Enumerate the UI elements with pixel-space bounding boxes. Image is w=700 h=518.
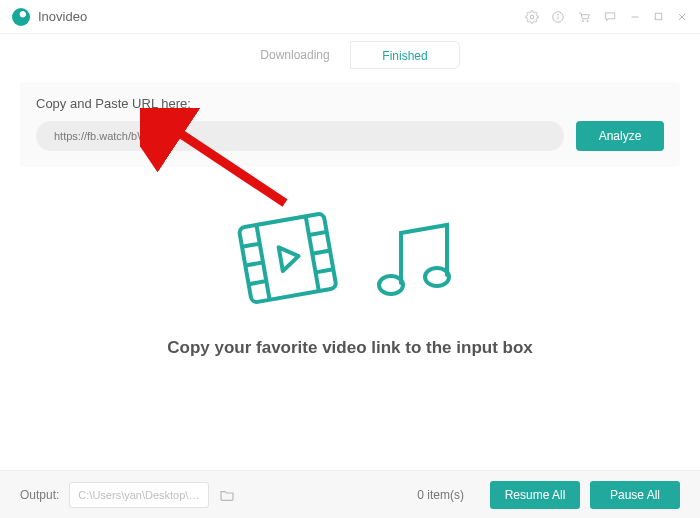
- minimize-icon[interactable]: [629, 11, 641, 23]
- info-icon[interactable]: [551, 10, 565, 24]
- tab-finished[interactable]: Finished: [350, 41, 460, 69]
- svg-line-15: [249, 281, 267, 284]
- output-label: Output:: [20, 488, 59, 502]
- app-logo: [12, 8, 30, 26]
- svg-line-18: [316, 269, 334, 272]
- maximize-icon[interactable]: [653, 11, 664, 22]
- output-path-field[interactable]: C:\Users\yan\Desktop\te...: [69, 482, 209, 508]
- window-controls: [525, 10, 688, 24]
- analyze-button[interactable]: Analyze: [576, 121, 664, 151]
- tab-downloading[interactable]: Downloading: [240, 41, 350, 69]
- items-count: 0 item(s): [417, 488, 464, 502]
- svg-point-4: [582, 20, 583, 21]
- url-panel: Copy and Paste URL here: Analyze: [20, 82, 680, 167]
- url-input[interactable]: [36, 121, 564, 151]
- svg-marker-19: [279, 244, 301, 271]
- settings-gear-icon[interactable]: [525, 10, 539, 24]
- resume-all-button[interactable]: Resume All: [490, 481, 580, 509]
- feedback-icon[interactable]: [603, 10, 617, 24]
- svg-line-17: [312, 251, 330, 254]
- cart-icon[interactable]: [577, 10, 591, 24]
- tabs-bar: Downloading Finished: [0, 34, 700, 76]
- film-icon: [233, 210, 343, 310]
- svg-point-21: [425, 268, 449, 286]
- svg-line-16: [309, 232, 327, 235]
- svg-line-13: [242, 244, 260, 247]
- svg-rect-10: [239, 213, 337, 303]
- empty-state-caption: Copy your favorite video link to the inp…: [167, 338, 533, 358]
- footer-bar: Output: C:\Users\yan\Desktop\te... 0 ite…: [0, 470, 700, 518]
- open-folder-icon[interactable]: [219, 487, 235, 503]
- svg-point-5: [587, 20, 588, 21]
- svg-point-0: [530, 15, 534, 19]
- url-panel-label: Copy and Paste URL here:: [36, 96, 664, 111]
- empty-state: Copy your favorite video link to the inp…: [0, 160, 700, 358]
- app-title: Inovideo: [38, 9, 525, 24]
- title-bar: Inovideo: [0, 0, 700, 34]
- music-note-icon: [367, 215, 467, 305]
- svg-point-3: [558, 14, 559, 15]
- svg-rect-7: [655, 13, 661, 19]
- close-icon[interactable]: [676, 11, 688, 23]
- svg-line-14: [245, 262, 263, 265]
- pause-all-button[interactable]: Pause All: [590, 481, 680, 509]
- svg-point-20: [379, 276, 403, 294]
